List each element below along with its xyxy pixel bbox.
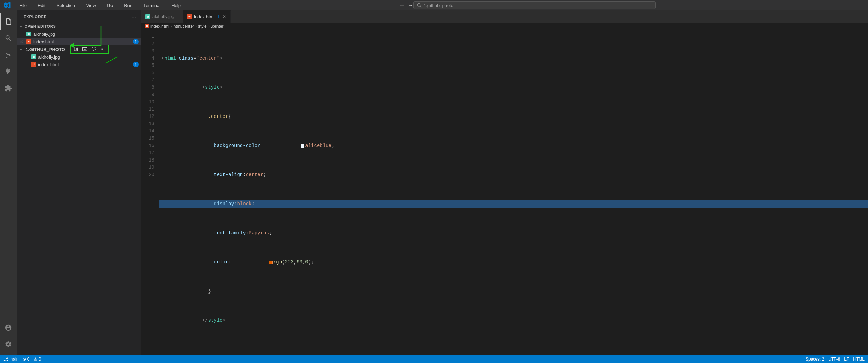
search-icon xyxy=(417,3,422,8)
line-num-7: 7 xyxy=(141,77,154,84)
settings-icon[interactable] xyxy=(0,336,17,353)
breadcrumb-sep-2: › xyxy=(208,24,210,29)
sidebar: EXPLORER ... ▼ OPEN EDITORS ▣ alxholly.j… xyxy=(17,10,141,355)
line-num-17: 17 xyxy=(141,149,154,157)
search-activity-icon[interactable] xyxy=(0,30,17,46)
folder-file-indexhtml-label: index.html xyxy=(38,62,59,67)
menu-view[interactable]: View xyxy=(83,2,99,9)
nav-forward-icon[interactable]: → xyxy=(408,2,413,8)
tabs-bar: ▣ alxholly.jpg H index.html 1 ✕ xyxy=(141,10,868,23)
line-num-14: 14 xyxy=(141,128,154,135)
unsaved-badge: 1 xyxy=(133,39,139,44)
line-num-19: 19 xyxy=(141,164,154,171)
code-line-1: <html class="center"> xyxy=(159,55,868,62)
code-line-6: display: block; xyxy=(159,200,868,208)
close-editor-icon[interactable]: ✕ xyxy=(19,39,23,44)
folder-header[interactable]: ▼ 1.GITHUB_PHOTO xyxy=(17,45,141,53)
breadcrumb-item-1[interactable]: html.center xyxy=(174,24,194,29)
code-editor[interactable]: 1 2 3 4 5 6 7 8 9 10 11 12 13 14 15 16 1 xyxy=(141,30,868,355)
line-num-18: 18 xyxy=(141,157,154,164)
code-content[interactable]: <html class="center"> <style> .center { xyxy=(159,30,868,355)
html-file-icon: H xyxy=(26,39,31,44)
tab-indexhtml-label: index.html xyxy=(194,14,214,19)
errors-count[interactable]: ⊗ 0 xyxy=(23,357,29,362)
code-line-5: text-align: center; xyxy=(159,171,868,179)
folder-file-indexhtml[interactable]: H index.html 1 xyxy=(17,61,141,68)
indent-setting[interactable]: Spaces: 2 xyxy=(806,357,824,362)
line-num-16: 16 xyxy=(141,142,154,149)
encoding-setting[interactable]: UTF-8 xyxy=(828,357,840,362)
line-num-11: 11 xyxy=(141,106,154,113)
line-num-1: 1 xyxy=(141,33,154,40)
source-control-icon[interactable] xyxy=(0,46,17,63)
line-num-13: 13 xyxy=(141,120,154,128)
menu-terminal[interactable]: Terminal xyxy=(141,2,163,9)
new-folder-button[interactable] xyxy=(81,46,89,53)
tab-close-icon[interactable]: ✕ xyxy=(223,14,226,19)
open-editor-alxholly-label: alxholly.jpg xyxy=(33,32,55,37)
new-file-button[interactable] xyxy=(72,46,80,53)
line-numbers: 1 2 3 4 5 6 7 8 9 10 11 12 13 14 15 16 1 xyxy=(141,30,159,355)
folder-section: ▼ 1.GITHUB_PHOTO xyxy=(17,45,141,68)
search-text: 1.github_photo xyxy=(424,3,453,8)
account-icon[interactable] xyxy=(0,319,17,336)
tab-alxholly[interactable]: ▣ alxholly.jpg xyxy=(141,10,183,23)
nav-back-icon[interactable]: ← xyxy=(399,2,405,8)
extensions-icon[interactable] xyxy=(0,80,17,96)
breadcrumb-item-2[interactable]: style xyxy=(198,24,207,29)
code-line-8: color: rgb(223, 93, 0); xyxy=(159,259,868,266)
breadcrumb-file-icon: H xyxy=(145,24,149,28)
vscode-logo-icon xyxy=(3,1,11,9)
code-line-10: </style> xyxy=(159,317,868,324)
code-line-11 xyxy=(159,346,868,353)
breadcrumb-item-3[interactable]: .center xyxy=(211,24,224,29)
git-branch[interactable]: ⎇ main xyxy=(3,357,18,362)
line-num-12: 12 xyxy=(141,113,154,120)
menu-help[interactable]: Help xyxy=(169,2,184,9)
line-num-2: 2 xyxy=(141,40,154,47)
titlebar: File Edit Selection View Go Run Terminal… xyxy=(0,0,868,10)
folder-contents: ▣ alxholly.jpg H index.html 1 xyxy=(17,53,141,68)
folder-file-alxholly[interactable]: ▣ alxholly.jpg xyxy=(17,53,141,61)
folder-chevron-icon: ▼ xyxy=(19,47,23,51)
html-icon-folder: H xyxy=(31,62,36,67)
code-line-7: font-family: Papyrus; xyxy=(159,230,868,237)
line-ending-setting[interactable]: LF xyxy=(844,357,849,362)
search-bar[interactable]: 1.github_photo xyxy=(413,1,656,9)
open-editors-section: ▼ OPEN EDITORS ▣ alxholly.jpg ✕ H index.… xyxy=(17,23,141,45)
line-num-9: 9 xyxy=(141,91,154,98)
code-line-9: } xyxy=(159,288,868,295)
refresh-button[interactable] xyxy=(90,46,98,53)
language-mode[interactable]: HTML xyxy=(853,357,865,362)
warnings-count[interactable]: ⚠ 0 xyxy=(34,357,41,362)
open-editors-header[interactable]: ▼ OPEN EDITORS xyxy=(17,23,141,30)
menu-run[interactable]: Run xyxy=(121,2,135,9)
line-num-5: 5 xyxy=(141,62,154,69)
breadcrumb: H index.html › html.center › style › .ce… xyxy=(141,23,868,30)
open-editor-indexhtml-label: index.html xyxy=(33,39,54,44)
status-bar: ⎇ main ⊗ 0 ⚠ 0 Spaces: 2 UTF-8 LF HTML xyxy=(0,355,868,363)
run-debug-icon[interactable] xyxy=(0,63,17,80)
sidebar-header: EXPLORER ... xyxy=(17,10,141,23)
code-line-4: background-color: aliceblue; xyxy=(159,142,868,149)
breadcrumb-item-0[interactable]: index.html xyxy=(150,24,169,29)
open-editor-alxholly[interactable]: ▣ alxholly.jpg xyxy=(17,30,141,38)
tab-indexhtml[interactable]: H index.html 1 ✕ xyxy=(183,10,231,23)
main-layout: EXPLORER ... ▼ OPEN EDITORS ▣ alxholly.j… xyxy=(0,10,868,355)
breadcrumb-sep-0: › xyxy=(171,24,172,29)
editor-container: ▣ alxholly.jpg H index.html 1 ✕ H index.… xyxy=(141,10,868,355)
tab-indexhtml-icon: H xyxy=(187,14,192,19)
menu-selection[interactable]: Selection xyxy=(54,2,78,9)
menu-file[interactable]: File xyxy=(17,2,29,9)
explorer-icon[interactable] xyxy=(0,13,17,30)
menu-go[interactable]: Go xyxy=(104,2,116,9)
chevron-down-icon: ▼ xyxy=(19,25,23,28)
collapse-button[interactable] xyxy=(99,46,107,53)
titlebar-left: File Edit Selection View Go Run Terminal… xyxy=(0,1,187,9)
sidebar-more-icon[interactable]: ... xyxy=(131,13,137,20)
line-num-15: 15 xyxy=(141,135,154,142)
sidebar-header-icons: ... xyxy=(131,13,137,20)
menu-edit[interactable]: Edit xyxy=(35,2,48,9)
open-editors-label: OPEN EDITORS xyxy=(25,24,56,28)
folder-file-alxholly-label: alxholly.jpg xyxy=(38,54,60,60)
